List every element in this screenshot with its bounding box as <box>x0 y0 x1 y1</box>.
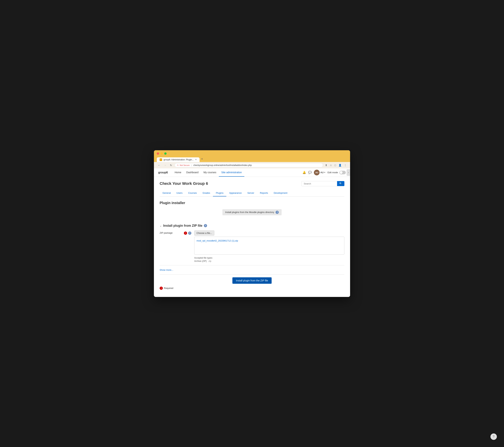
install-from-directory-button[interactable]: Install plugins from the Moodle plugins … <box>222 209 282 215</box>
selected-file-link[interactable]: mod_vpl_moodle42_2023061712 (1).zip <box>197 239 238 242</box>
maximize-window-button[interactable] <box>164 152 167 155</box>
new-tab-button[interactable]: + <box>199 156 204 162</box>
forward-button[interactable]: → <box>163 163 167 167</box>
admin-content: Check Your Work Group 6 🔍 General Users … <box>154 177 350 297</box>
archive-type-label: Archive (ZIP) .zip <box>194 260 344 262</box>
top-nav-items: Home Dashboard My courses Site administr… <box>172 169 303 177</box>
page-header: Check Your Work Group 6 🔍 <box>160 181 344 186</box>
required-note-icon: ! <box>160 287 163 290</box>
install-zip-button[interactable]: Install plugin from the ZIP file <box>232 277 272 284</box>
bookmark-icon[interactable]: ☆ <box>329 163 333 167</box>
tab-users[interactable]: Users <box>174 190 185 196</box>
security-label: Not Secure <box>180 164 190 166</box>
zip-help-icon[interactable]: ? <box>204 224 207 227</box>
field-help-icon[interactable]: ? <box>188 232 191 235</box>
tab-title: group6: Administration: Plugin... <box>163 158 194 161</box>
nav-item-home[interactable]: Home <box>172 169 184 177</box>
zip-package-field: Choose a file... mod_vpl_moodle42_202306… <box>194 230 344 262</box>
tab-server[interactable]: Server <box>245 190 257 196</box>
toggle-switch[interactable] <box>339 171 346 174</box>
page-title: Check Your Work Group 6 <box>160 181 208 186</box>
notifications-icon[interactable]: 🔔 <box>303 171 306 174</box>
required-note: ! Required <box>160 287 344 290</box>
minimize-window-button[interactable] <box>161 152 163 155</box>
back-button[interactable]: ← <box>157 163 162 167</box>
section-divider <box>160 265 344 265</box>
close-window-button[interactable] <box>157 152 159 155</box>
edit-mode-label: Edit mode <box>327 171 338 174</box>
messages-icon[interactable]: 💬 <box>308 171 312 174</box>
top-nav-right: 🔔 💬 AU AU ▾ Edit mode <box>303 170 346 175</box>
zip-package-row: ZIP package ! ? Choose a file... mod_vpl… <box>160 230 344 262</box>
collapsible-header: ⌄ Install plugin from ZIP file ? <box>160 224 344 228</box>
page-content: group6 Home Dashboard My courses Site ad… <box>154 169 350 297</box>
browser-titlebar: M group6: Administration: Plugin... ✕ + <box>154 150 350 162</box>
menu-icon[interactable]: ⋮ <box>343 163 347 167</box>
nav-item-site-administration[interactable]: Site administration <box>219 169 244 177</box>
section-divider-2 <box>160 274 344 275</box>
archive-ext-text: .zip <box>208 260 211 262</box>
plugin-installer-title: Plugin installer <box>160 201 344 205</box>
admin-tabs: General Users Courses Grades Plugins App… <box>160 190 344 197</box>
required-note-label: Required <box>164 287 173 290</box>
nav-item-my-courses[interactable]: My courses <box>201 169 219 177</box>
tab-grades[interactable]: Grades <box>200 190 213 196</box>
tab-reports[interactable]: Reports <box>257 190 271 196</box>
browser-tab-active[interactable]: M group6: Administration: Plugin... ✕ <box>157 157 199 162</box>
file-drop-area[interactable]: mod_vpl_moodle42_2023061712 (1).zip <box>194 237 344 255</box>
collapse-arrow-icon[interactable]: ⌄ <box>160 224 162 227</box>
required-field-icon: ! <box>184 232 187 235</box>
install-btn-row: Install plugin from the ZIP file <box>160 277 344 284</box>
reload-button[interactable]: ↻ <box>169 163 173 167</box>
accepted-types-label: Accepted file types: <box>194 257 344 259</box>
install-from-directory-label: Install plugins from the Moodle plugins … <box>225 211 274 213</box>
show-more-link[interactable]: Show more... <box>160 269 173 271</box>
tab-appearance[interactable]: Appearance <box>226 190 245 196</box>
profile-icon[interactable]: 👤 <box>338 163 342 167</box>
url-text: checkyourworkgroup.online/admin/tool/ins… <box>193 164 252 167</box>
search-input[interactable] <box>301 181 337 186</box>
tab-favicon-icon: M <box>160 158 162 161</box>
zip-package-label: ZIP package <box>160 230 181 234</box>
choose-file-button[interactable]: Choose a file... <box>194 230 214 236</box>
nav-item-dashboard[interactable]: Dashboard <box>184 169 201 177</box>
sidebar-collapse-button[interactable]: ‹ <box>347 169 350 176</box>
tab-plugins[interactable]: Plugins <box>213 190 226 196</box>
avatar: AU <box>314 170 320 175</box>
user-menu-chevron-icon: ▾ <box>324 171 325 173</box>
search-box: 🔍 <box>301 181 344 186</box>
url-bar[interactable]: ⚠ Not Secure | checkyourworkgroup.online… <box>175 163 323 167</box>
show-more-row: Show more... <box>160 268 344 272</box>
address-bar-area: ← → ↻ ⚠ Not Secure | checkyourworkgroup.… <box>154 162 350 169</box>
tab-close-icon[interactable]: ✕ <box>195 158 197 161</box>
form-icons: ! ? <box>184 230 191 235</box>
search-button[interactable]: 🔍 <box>337 181 344 186</box>
extension-icon[interactable]: □ <box>334 163 337 167</box>
share-icon[interactable]: ⬆ <box>324 163 328 167</box>
help-fab-button[interactable]: ? <box>490 433 497 440</box>
top-navigation: group6 Home Dashboard My courses Site ad… <box>154 169 350 177</box>
install-directory-row: Install plugins from the Moodle plugins … <box>160 209 344 220</box>
edit-mode-toggle[interactable]: Edit mode <box>327 171 346 174</box>
security-icon: ⚠ <box>177 164 179 166</box>
user-menu[interactable]: AU AU ▾ <box>314 170 325 175</box>
archive-type-text: Archive (ZIP) <box>194 260 207 262</box>
install-from-zip-section: ⌄ Install plugin from ZIP file ? ZIP pac… <box>160 224 344 290</box>
directory-help-icon[interactable]: ? <box>275 211 279 214</box>
tab-courses[interactable]: Courses <box>185 190 199 196</box>
site-logo[interactable]: group6 <box>158 171 168 174</box>
user-initials-label: AU <box>320 171 324 174</box>
tab-general[interactable]: General <box>160 190 174 196</box>
toggle-knob <box>340 171 342 174</box>
install-from-zip-title: Install plugin from ZIP file <box>163 224 202 228</box>
tab-development[interactable]: Development <box>271 190 290 196</box>
